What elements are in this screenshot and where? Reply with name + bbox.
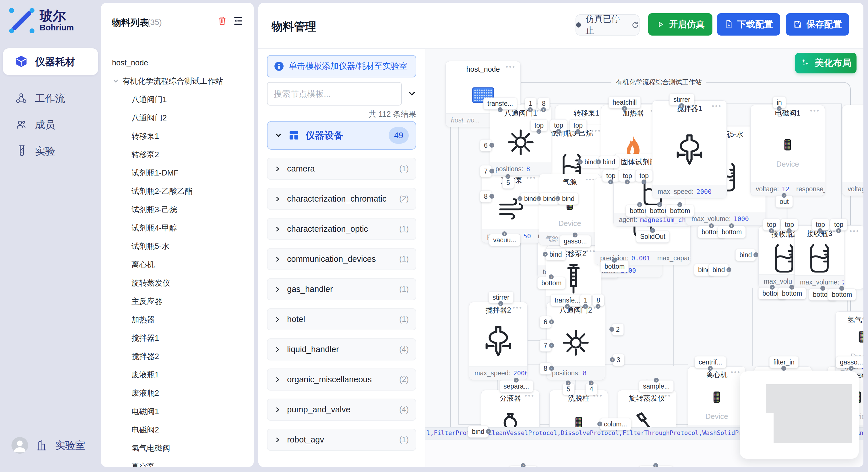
port-dot-icon[interactable]: › <box>650 228 655 233</box>
port-dot-icon[interactable]: › <box>608 179 613 184</box>
port-dot-icon[interactable]: › <box>589 380 594 385</box>
node-menu-icon[interactable]: ••• <box>849 227 860 235</box>
sidebar-item-members[interactable]: 成员 <box>3 111 98 138</box>
port-dot-icon[interactable]: › <box>549 319 554 324</box>
tree-item[interactable]: 转移泵2 <box>101 148 254 161</box>
graph-node-气源[interactable]: 气源•••Device气源 <box>539 174 600 245</box>
port-dot-icon[interactable]: › <box>556 129 561 134</box>
preview-overlay-card[interactable] <box>740 371 859 459</box>
port-dot-icon[interactable]: › <box>770 285 775 290</box>
tree-item[interactable]: 氢气电磁阀 <box>101 442 254 455</box>
graph-node-八通阀门2[interactable]: 八通阀门2•••positions:8 <box>547 302 605 380</box>
port-chip-6[interactable]: 6› <box>539 316 551 328</box>
download-config-button[interactable]: 下载配置 <box>717 13 780 36</box>
template-hint[interactable]: 单击模板添加仪器/耗材至实验室 <box>267 55 416 77</box>
port-dot-icon[interactable]: › <box>708 366 713 371</box>
port-dot-icon[interactable]: › <box>549 343 554 348</box>
template-item-characterization_chromatic[interactable]: characterization_chromatic(2) <box>267 188 416 210</box>
port-chip-SolidOut[interactable]: SolidOut› <box>636 231 670 243</box>
port-dot-icon[interactable]: › <box>781 366 786 371</box>
tree-item[interactable]: 离心机 <box>101 258 254 271</box>
port-chip-heatchill[interactable]: heatchill› <box>609 96 641 108</box>
port-dot-icon[interactable]: › <box>565 304 570 309</box>
port-chip-6[interactable]: 6› <box>480 139 492 151</box>
tree-item[interactable]: 旋转蒸发仪 <box>101 276 254 290</box>
graph-node-接收瓶3[interactable]: 接收瓶3•••max_volume:250 <box>795 225 844 289</box>
port-chip-top[interactable]: top› <box>619 170 636 182</box>
tree-item[interactable]: 电磁阀2 <box>101 423 254 436</box>
tree-item[interactable]: 试剂瓶5-水 <box>101 240 254 253</box>
brand[interactable]: 玻尔 Bohrium <box>8 7 74 34</box>
port-dot-icon[interactable]: › <box>518 196 522 201</box>
template-item-camera[interactable]: camera(1) <box>267 158 416 180</box>
port-chip-vacuu[interactable]: vacuu...› <box>489 234 520 246</box>
port-dot-icon[interactable]: › <box>709 224 714 228</box>
port-dot-icon[interactable]: › <box>839 286 844 291</box>
port-chip-bind[interactable]: bind› <box>546 248 566 260</box>
port-chip-top[interactable]: top› <box>550 119 567 131</box>
tree-item[interactable]: 加热器 <box>101 313 254 326</box>
trash-icon[interactable] <box>217 15 227 26</box>
port-chip-centrif[interactable]: centrif...› <box>694 356 726 368</box>
port-chip-top[interactable]: top› <box>830 218 847 231</box>
port-chip-stirrer[interactable]: stirrer› <box>489 291 514 303</box>
port-dot-icon[interactable]: › <box>787 228 792 233</box>
port-dot-icon[interactable]: › <box>653 463 658 467</box>
node-menu-icon[interactable]: ••• <box>591 127 601 134</box>
template-item-robot_agv[interactable]: robot_agv(1) <box>267 429 416 451</box>
port-chip-bind[interactable]: bind› <box>708 264 729 276</box>
avatar[interactable] <box>11 437 28 453</box>
port-chip-produc[interactable]: produc...› <box>639 466 673 467</box>
tree-item[interactable]: 试剂瓶4-甲醇 <box>101 222 254 235</box>
port-dot-icon[interactable]: › <box>610 357 615 362</box>
port-dot-icon[interactable]: › <box>782 193 786 198</box>
port-dot-icon[interactable]: › <box>642 179 646 184</box>
tree-item[interactable]: 电磁阀1 <box>101 405 254 418</box>
port-dot-icon[interactable]: › <box>549 274 554 279</box>
graph-canvas[interactable]: 有机化学流程综合测试工作站 host_node•••host_no...八通阀门… <box>425 48 863 467</box>
port-chip-8[interactable]: 8› <box>480 191 492 202</box>
port-chip-5[interactable]: 5› <box>502 177 514 189</box>
port-dot-icon[interactable]: › <box>521 463 526 467</box>
template-item-hotel[interactable]: hotel(1) <box>267 308 416 330</box>
save-config-button[interactable]: 保存配置 <box>786 13 849 36</box>
port-dot-icon[interactable]: › <box>789 285 794 290</box>
port-chip-bind[interactable]: bind› <box>735 249 756 261</box>
node-menu-icon[interactable]: ••• <box>661 392 671 400</box>
port-dot-icon[interactable]: › <box>536 196 541 201</box>
node-menu-icon[interactable]: ••• <box>810 107 820 114</box>
graph-node-搅拌器2[interactable]: 搅拌器2•••max_speed:2000 <box>469 302 528 380</box>
port-dot-icon[interactable]: › <box>625 179 630 184</box>
tree-item[interactable]: 搅拌器1 <box>101 332 254 345</box>
port-chip-in[interactable]: in› <box>773 96 786 108</box>
port-chip-top[interactable]: top› <box>636 170 653 182</box>
lab-link[interactable]: 实验室 <box>55 439 85 452</box>
port-chip-filter_in[interactable]: filter_in› <box>769 356 799 368</box>
port-chip-top[interactable]: top› <box>602 170 619 182</box>
port-chip-1[interactable]: 1› <box>580 294 592 306</box>
port-dot-icon[interactable]: › <box>769 228 774 233</box>
port-dot-icon[interactable]: › <box>489 194 494 199</box>
template-item-pump_and_valve[interactable]: pump_and_valve(4) <box>267 399 416 421</box>
port-chip-8[interactable]: 8› <box>592 294 604 306</box>
port-chip-bottom[interactable]: bottom› <box>537 277 565 289</box>
port-chip-transfe[interactable]: transfe...› <box>551 294 584 306</box>
port-chip-top[interactable]: top› <box>781 218 798 231</box>
port-dot-icon[interactable]: › <box>820 286 825 291</box>
port-dot-icon[interactable]: › <box>572 233 578 237</box>
port-dot-icon[interactable]: › <box>536 129 541 134</box>
port-chip-sample[interactable]: sample...› <box>639 380 674 392</box>
graph-node-电磁阀1[interactable]: 电磁阀1•••Devicevoltage:12response_time:0.1 <box>750 105 825 196</box>
port-chip-out[interactable]: out› <box>776 196 793 208</box>
chevron-down-icon[interactable] <box>112 77 119 85</box>
port-dot-icon[interactable]: › <box>657 202 662 207</box>
tree-item[interactable]: 八通阀门1 <box>101 93 254 106</box>
template-item-communication_devices[interactable]: communication_devices(1) <box>267 248 416 270</box>
port-chip-2[interactable]: 2› <box>612 324 624 336</box>
outdent-icon[interactable] <box>232 15 243 26</box>
port-dot-icon[interactable]: › <box>578 160 583 164</box>
port-chip-8[interactable]: 8› <box>538 98 550 109</box>
port-dot-icon[interactable]: › <box>654 378 659 382</box>
port-dot-icon[interactable]: › <box>543 252 548 257</box>
node-menu-icon[interactable]: ••• <box>731 369 741 376</box>
